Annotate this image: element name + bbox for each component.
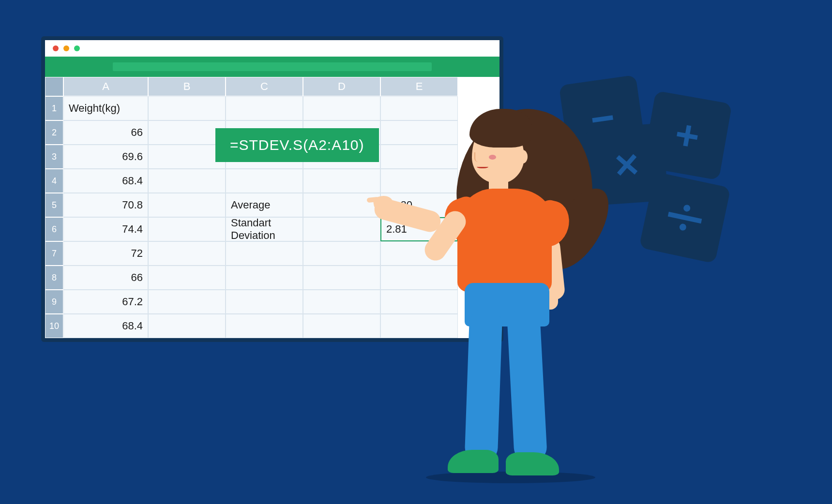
times-icon: ×: [613, 140, 640, 189]
cell-C10[interactable]: [226, 314, 303, 338]
row-header-8[interactable]: 8: [45, 266, 63, 290]
cell-C4[interactable]: [226, 169, 303, 193]
cell-B2[interactable]: [148, 120, 226, 145]
cell-D7[interactable]: [303, 241, 380, 266]
cell-D10[interactable]: [303, 314, 380, 338]
cell-B5[interactable]: [148, 193, 226, 217]
cell-A6[interactable]: 74.4: [63, 217, 148, 241]
cell-C1[interactable]: [226, 96, 303, 120]
col-header-D[interactable]: D: [303, 77, 380, 96]
cell-E4[interactable]: [380, 169, 458, 193]
row-header-10[interactable]: 10: [45, 314, 63, 338]
cell-E8[interactable]: [380, 266, 458, 290]
col-header-C[interactable]: C: [226, 77, 303, 96]
cell-A1[interactable]: Weight(kg): [63, 96, 148, 120]
formula-tooltip: =STDEV.S(A2:A10): [215, 128, 379, 162]
cell-E3[interactable]: [380, 145, 458, 169]
cell-B1[interactable]: [148, 96, 226, 120]
cell-B7[interactable]: [148, 241, 226, 266]
cell-D5[interactable]: [303, 193, 380, 217]
cell-D4[interactable]: [303, 169, 380, 193]
corner-cell[interactable]: [45, 77, 63, 96]
cell-A10[interactable]: 68.4: [63, 314, 148, 338]
window-titlebar: [45, 40, 499, 57]
cell-A8[interactable]: 66: [63, 266, 148, 290]
cell-D9[interactable]: [303, 290, 380, 314]
col-header-A[interactable]: A: [63, 77, 148, 96]
row-header-3[interactable]: 3: [45, 145, 63, 169]
row-header-7[interactable]: 7: [45, 241, 63, 266]
spreadsheet-window: A B C D E 1 Weight(kg) 2 66 3 69.6: [41, 36, 503, 342]
cell-C8[interactable]: [226, 266, 303, 290]
cell-B3[interactable]: [148, 145, 226, 169]
maximize-icon[interactable]: [74, 45, 80, 51]
cell-A2[interactable]: 66: [63, 120, 148, 145]
cell-B6[interactable]: [148, 217, 226, 241]
row-header-2[interactable]: 2: [45, 120, 63, 145]
cell-E6[interactable]: 2.81: [380, 217, 458, 241]
row-header-6[interactable]: 6: [45, 217, 63, 241]
cell-E10[interactable]: [380, 314, 458, 338]
toolbar: [45, 57, 499, 77]
cell-B10[interactable]: [148, 314, 226, 338]
cell-A7[interactable]: 72: [63, 241, 148, 266]
cell-E7[interactable]: [380, 241, 458, 266]
row-header-4[interactable]: 4: [45, 169, 63, 193]
row-header-9[interactable]: 9: [45, 290, 63, 314]
close-icon[interactable]: [53, 45, 59, 51]
cell-C7[interactable]: [226, 241, 303, 266]
cell-E9[interactable]: [380, 290, 458, 314]
cell-C5[interactable]: Average: [226, 193, 303, 217]
person-shadow: [426, 472, 595, 483]
cell-E5[interactable]: 69.20: [380, 193, 458, 217]
col-header-B[interactable]: B: [148, 77, 226, 96]
col-header-E[interactable]: E: [380, 77, 458, 96]
cell-C6[interactable]: Standart Deviation: [226, 217, 303, 241]
cell-B9[interactable]: [148, 290, 226, 314]
cell-E1[interactable]: [380, 96, 458, 120]
spreadsheet-grid: A B C D E 1 Weight(kg) 2 66 3 69.6: [45, 77, 499, 338]
cell-A4[interactable]: 68.4: [63, 169, 148, 193]
cell-D6[interactable]: [303, 217, 380, 241]
cell-D1[interactable]: [303, 96, 380, 120]
toolbar-strip: [113, 62, 432, 71]
divide-card: [639, 172, 731, 264]
cell-D8[interactable]: [303, 266, 380, 290]
row-header-1[interactable]: 1: [45, 96, 63, 120]
cell-E2[interactable]: [380, 120, 458, 145]
row-header-5[interactable]: 5: [45, 193, 63, 217]
minimize-icon[interactable]: [63, 45, 69, 51]
cell-A3[interactable]: 69.6: [63, 145, 148, 169]
cell-B4[interactable]: [148, 169, 226, 193]
cell-B8[interactable]: [148, 266, 226, 290]
cell-C9[interactable]: [226, 290, 303, 314]
cell-A5[interactable]: 70.8: [63, 193, 148, 217]
cell-A9[interactable]: 67.2: [63, 290, 148, 314]
divide-icon: [666, 201, 704, 234]
plus-icon: +: [671, 110, 703, 161]
